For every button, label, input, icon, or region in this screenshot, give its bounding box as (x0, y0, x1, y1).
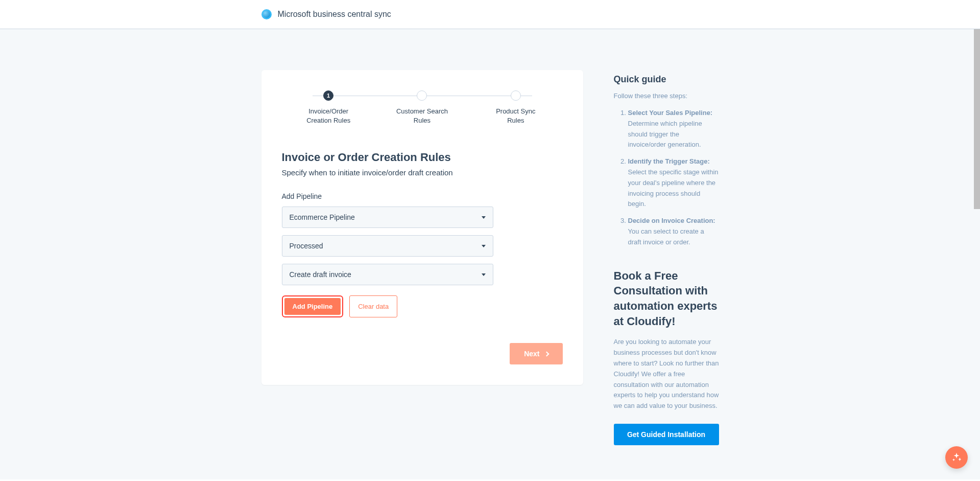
consult-title: Book a Free Consultation with automation… (614, 268, 719, 329)
guide-list: Select Your Sales Pipeline: Determine wh… (614, 108, 719, 248)
stage-dropdown[interactable]: Processed (282, 235, 493, 257)
chevron-down-icon (482, 273, 486, 276)
consult-text: Are you looking to automate your busines… (614, 337, 719, 411)
section-title: Invoice or Order Creation Rules (282, 151, 563, 164)
step-label: Customer Search Rules (394, 107, 450, 125)
dropdown-value: Processed (290, 242, 323, 250)
clear-data-button[interactable]: Clear data (349, 295, 397, 317)
step-label: Invoice/Order Creation Rules (300, 107, 356, 125)
chevron-right-icon (544, 351, 549, 356)
chevron-down-icon (482, 216, 486, 219)
chevron-down-icon (482, 245, 486, 247)
guide-item: Decide on Invoice Creation: You can sele… (628, 216, 719, 247)
next-button[interactable]: Next (510, 343, 562, 364)
guide-item: Identify the Trigger Stage: Select the s… (628, 156, 719, 210)
app-title: Microsoft business central sync (278, 10, 391, 19)
page-background: 1 Invoice/Order Creation Rules Customer … (0, 29, 980, 479)
guided-installation-button[interactable]: Get Guided Installation (614, 424, 719, 445)
button-row: Add Pipeline Clear data (282, 295, 563, 317)
add-pipeline-highlight: Add Pipeline (282, 295, 344, 317)
help-fab[interactable] (945, 446, 968, 469)
next-button-label: Next (524, 350, 539, 358)
step-label: Product Sync Rules (488, 107, 544, 125)
guide-item: Select Your Sales Pipeline: Determine wh… (628, 108, 719, 150)
dropdown-value: Ecommerce Pipeline (290, 213, 355, 221)
pipeline-label: Add Pipeline (282, 192, 563, 200)
sidebar: Quick guide Follow these three steps: Se… (614, 70, 719, 445)
step-product-sync[interactable]: Product Sync Rules (469, 90, 562, 125)
sparkle-icon (951, 452, 962, 463)
step-circle-3 (511, 90, 521, 101)
app-logo-icon (261, 9, 272, 19)
next-row: Next (282, 343, 563, 364)
stepper: 1 Invoice/Order Creation Rules Customer … (282, 90, 563, 125)
step-customer-search[interactable]: Customer Search Rules (375, 90, 469, 125)
guide-title: Quick guide (614, 74, 719, 85)
dropdown-value: Create draft invoice (290, 270, 351, 279)
guide-intro: Follow these three steps: (614, 92, 719, 100)
action-dropdown[interactable]: Create draft invoice (282, 264, 493, 285)
pipeline-dropdown[interactable]: Ecommerce Pipeline (282, 207, 493, 228)
section-subtitle: Specify when to initiate invoice/order d… (282, 168, 563, 177)
step-circle-1: 1 (323, 90, 333, 101)
main-card: 1 Invoice/Order Creation Rules Customer … (261, 70, 583, 385)
add-pipeline-button[interactable]: Add Pipeline (284, 298, 341, 315)
scrollbar[interactable] (974, 29, 980, 209)
step-invoice-rules[interactable]: 1 Invoice/Order Creation Rules (282, 90, 375, 125)
step-circle-2 (417, 90, 427, 101)
app-header: Microsoft business central sync (0, 0, 980, 29)
